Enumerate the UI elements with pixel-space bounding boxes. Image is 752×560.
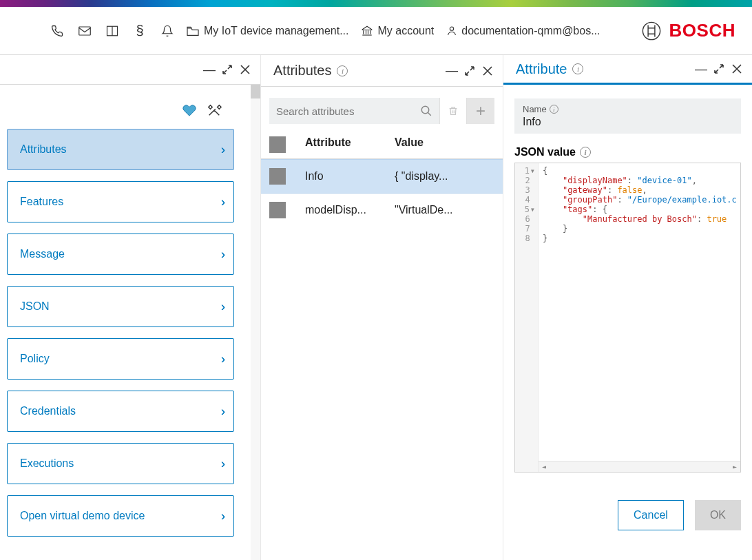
panel-title-text: Attributes: [273, 63, 331, 79]
scroll-right-icon[interactable]: ►: [729, 463, 740, 470]
nav-credentials[interactable]: Credentials ››: [7, 391, 234, 432]
nav-label: Open virtual demo device: [20, 510, 145, 522]
bosch-wordmark: BOSCH: [669, 20, 735, 41]
bosch-anchor-icon: [642, 21, 661, 41]
cell-attribute: modelDisp...: [305, 204, 395, 216]
code-body[interactable]: { "displayName": "device-01", "gateway":…: [539, 163, 740, 472]
nav-attributes[interactable]: Attributes ››: [7, 129, 234, 170]
nav-features[interactable]: Features ››: [7, 181, 234, 222]
table-header: Attribute Value: [261, 131, 503, 159]
brand-stripe: [0, 0, 752, 7]
line-gutter: 1▾2 3 4 5▾6 7 8: [515, 163, 539, 472]
minimize-button[interactable]: —: [694, 62, 708, 76]
nav-label: Executions: [20, 457, 74, 470]
expand-button[interactable]: [712, 62, 726, 76]
json-editor[interactable]: 1▾2 3 4 5▾6 7 8 { "displayName": "device…: [514, 163, 741, 473]
svg-rect-0: [79, 27, 91, 35]
nav-open-virtual-demo[interactable]: Open virtual demo device ››: [7, 495, 234, 537]
attributes-table: Attribute Value Info { "display... model…: [261, 131, 503, 227]
col-attribute: Attribute: [305, 136, 395, 153]
info-icon[interactable]: i: [337, 65, 348, 76]
cancel-button[interactable]: Cancel: [618, 500, 684, 530]
col-value: Value: [395, 136, 494, 153]
table-row[interactable]: modelDisp... "VirtualDe...: [261, 194, 503, 227]
name-label: Name i: [523, 104, 733, 114]
delete-button[interactable]: [439, 98, 467, 124]
bell-icon[interactable]: [161, 25, 174, 37]
nav-label: Credentials: [20, 405, 76, 417]
nav-label: Message: [20, 248, 65, 260]
attributes-panel: Attributes i —: [260, 55, 503, 560]
svg-point-4: [643, 22, 660, 39]
expand-button[interactable]: [463, 64, 477, 78]
footer-buttons: Cancel OK: [514, 473, 741, 537]
left-scrollbar[interactable]: [251, 85, 260, 560]
user-label: documentation-qmm@bos...: [461, 25, 600, 37]
phone-icon[interactable]: [51, 25, 63, 37]
my-account-link[interactable]: My account: [361, 25, 434, 37]
nav-label: Attributes: [20, 143, 67, 156]
bosch-logo: BOSCH: [642, 20, 735, 41]
search-row: +: [261, 87, 503, 131]
close-button[interactable]: [238, 63, 252, 76]
section-icon[interactable]: §: [134, 25, 146, 37]
horizontal-scrollbar[interactable]: ◄ ►: [539, 461, 740, 472]
ok-button[interactable]: OK: [695, 500, 741, 530]
info-icon[interactable]: i: [550, 105, 558, 114]
nav-json[interactable]: JSON ››: [7, 286, 234, 327]
attribute-detail-panel: Attribute i — Name i Info: [503, 55, 752, 560]
close-button[interactable]: [481, 64, 494, 78]
cell-attribute: Info: [305, 170, 395, 183]
nav-label: Policy: [20, 353, 50, 365]
svg-point-3: [450, 27, 454, 30]
user-menu[interactable]: documentation-qmm@bos...: [446, 25, 600, 37]
json-value-label: JSON value i: [514, 146, 741, 158]
bank-icon: [361, 25, 373, 37]
search-input-container: [269, 98, 439, 124]
minimize-button[interactable]: —: [202, 63, 216, 76]
user-icon: [446, 25, 457, 37]
select-all-checkbox[interactable]: [269, 136, 286, 153]
nav-policy[interactable]: Policy ››: [7, 338, 234, 380]
account-label: My account: [377, 25, 434, 37]
nav-label: JSON: [20, 300, 50, 313]
left-panel: — Attributes ››: [0, 55, 260, 560]
folder-icon: [186, 25, 200, 37]
expand-button[interactable]: [220, 63, 234, 76]
panel-title-text: Attribute: [516, 61, 567, 77]
nav-label: Features: [20, 196, 63, 208]
scroll-left-icon[interactable]: ◄: [539, 463, 550, 470]
row-checkbox[interactable]: [269, 168, 286, 185]
nav-executions[interactable]: Executions ››: [7, 443, 234, 484]
tools-icon[interactable]: [207, 103, 222, 118]
svg-line-6: [428, 112, 431, 116]
table-row[interactable]: Info { "display...: [261, 159, 503, 194]
search-icon[interactable]: [420, 105, 432, 117]
mail-icon[interactable]: [79, 25, 91, 37]
heart-icon[interactable]: [182, 103, 197, 118]
panel-title: Attribute i: [516, 61, 583, 77]
name-field[interactable]: Name i Info: [514, 98, 741, 134]
book-icon[interactable]: [106, 25, 118, 37]
attribute-panel-head: Attribute i —: [503, 55, 752, 85]
info-icon[interactable]: i: [572, 63, 583, 74]
cell-value: { "display...: [395, 170, 494, 183]
add-button[interactable]: +: [467, 98, 494, 124]
left-panel-body: Attributes ›› Features ›› Message ›› JSO…: [0, 85, 260, 560]
close-button[interactable]: [730, 62, 744, 76]
left-panel-head: —: [0, 55, 260, 85]
svg-point-5: [421, 106, 429, 114]
row-checkbox[interactable]: [269, 202, 286, 218]
name-value: Info: [523, 116, 733, 128]
panel-title: Attributes i: [273, 63, 348, 79]
cell-value: "VirtualDe...: [395, 204, 494, 216]
search-input[interactable]: [276, 105, 420, 117]
top-bar: § My IoT device management... My account…: [0, 7, 752, 55]
info-icon[interactable]: i: [580, 147, 591, 158]
project-breadcrumb[interactable]: My IoT device management...: [186, 25, 348, 37]
project-label: My IoT device management...: [204, 25, 348, 37]
attributes-panel-head: Attributes i —: [261, 55, 503, 87]
minimize-button[interactable]: —: [445, 64, 459, 78]
topbar-icon-group: §: [51, 25, 174, 37]
nav-message[interactable]: Message ››: [7, 234, 234, 275]
